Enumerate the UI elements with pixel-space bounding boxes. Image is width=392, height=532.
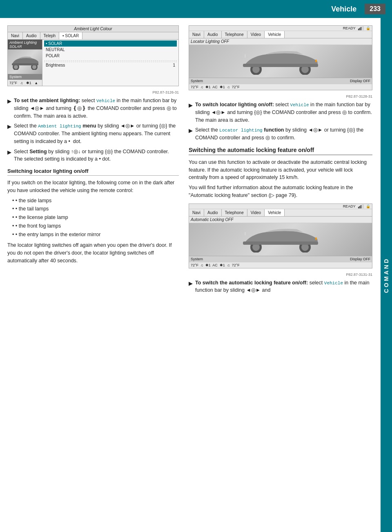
- page-number: 233: [365, 4, 385, 14]
- screen3-signal-bars: [358, 204, 364, 208]
- screen3-car-image: [189, 223, 372, 256]
- svg-rect-4: [12, 63, 38, 65]
- screen2-status-left: 72°F ♫ ✱1 AC ✱1 ♫ 72°F: [191, 85, 240, 89]
- r-instr2-mono: Locator lighting: [219, 128, 263, 133]
- svg-rect-17: [245, 232, 246, 235]
- page-header: Vehicle 233: [0, 0, 392, 18]
- side-label-text: COMAND: [383, 257, 390, 293]
- screen1-menu-neutral: NEUTRAL: [44, 47, 177, 53]
- arrow-icon-r3: ▶: [189, 279, 193, 295]
- screen2-nav-video: Video: [247, 31, 265, 38]
- screen1-photo-ref: P82.87-3126-31: [7, 90, 179, 94]
- screen2-ready-bar: READY 🔒: [189, 26, 372, 31]
- car-silhouette-1: [10, 54, 40, 70]
- screen3-system-label: System: [191, 257, 203, 261]
- screen2-nav-navi: Navi: [189, 31, 204, 38]
- screen2-nav: Navi Audio Telephone Video Vehicle: [189, 31, 372, 38]
- screen3-nav-video: Video: [247, 209, 265, 216]
- bullet-tail-lamps: • the tail lamps: [7, 205, 179, 213]
- auto-lock-instructions: ▶ To switch the automatic locking featur…: [189, 279, 372, 295]
- screen2-nav-vehicle: Vehicle: [265, 31, 285, 38]
- svg-rect-9: [243, 64, 318, 67]
- instruction-switch-auto-lock-text: To switch the automatic locking feature …: [195, 279, 372, 295]
- right-locator-instructions: ▶ To switch locator lighting on/off: sel…: [189, 101, 372, 142]
- instruction-switch-locator-text: To switch locator lighting on/off: selec…: [195, 101, 372, 124]
- svg-rect-18: [315, 237, 317, 240]
- screen1-left-title: Ambient Lighting SOLAR: [8, 40, 42, 49]
- screen2-nav-telephone: Telephone: [222, 31, 247, 38]
- screen3-nav-navi: Navi: [189, 209, 204, 216]
- instr3-bold: Setting: [29, 149, 47, 154]
- signal-bars-icon: [358, 26, 364, 30]
- screen1-car-image: [8, 49, 42, 74]
- screen2-nav-audio: Audio: [204, 31, 222, 38]
- screen1-nav-teleph: Teleph: [40, 32, 59, 39]
- arrow-icon-3: ▶: [7, 148, 11, 163]
- screen1-nav-navi: Navi: [8, 32, 23, 39]
- arrow-icon-r1: ▶: [189, 101, 193, 124]
- instruction-select-locator-func: ▶ Select the Locator lighting function b…: [189, 126, 372, 142]
- auto-lock-intro1: You can use this function to activate or…: [189, 159, 372, 181]
- screen2-system-label: System: [191, 79, 203, 83]
- header-title: Vehicle: [331, 5, 356, 13]
- instr1-bold: To set the ambient lighting:: [14, 98, 80, 103]
- r-instr3-mono: Vehicle: [324, 281, 343, 286]
- locator-intro: If you switch on the locator lighting, t…: [7, 179, 179, 194]
- locator-content: If you switch on the locator lighting, t…: [7, 179, 179, 265]
- screen3-statusbar: 72°F ♫ ✱1 AC ✱1 ♫ 72°F: [189, 262, 372, 268]
- instruction-set-ambient: ▶ To set the ambient lighting: select Ve…: [7, 97, 179, 120]
- screen3-photo-ref: P82.87-3131-31: [189, 273, 372, 277]
- auto-lock-intro2: You will find further information about …: [189, 184, 372, 199]
- bullet-license-lamp: • the license plate lamp: [7, 214, 179, 221]
- screen1-menu-solar: • SOLAR: [44, 40, 177, 47]
- car-silhouette-3: [240, 226, 321, 253]
- screen3-nav-telephone: Telephone: [222, 209, 247, 216]
- screen2-footer: System Display OFF: [189, 78, 372, 84]
- instruction-ambient-menu-text: Select the Ambient lighting menu by slid…: [14, 122, 179, 145]
- screen1-menu-polar: POLAR: [44, 53, 177, 59]
- left-instructions: ▶ To set the ambient lighting: select Ve…: [7, 97, 179, 163]
- left-column: Ambient Light Colour Navi Audio Teleph •…: [7, 25, 179, 297]
- screen3-status-text: 72°F ♫ ✱1 AC ✱1 ♫ 72°F: [191, 263, 240, 267]
- screen2-car-image: [189, 45, 372, 78]
- r-instr2-bold: function: [264, 127, 284, 133]
- instruction-set-ambient-text: To set the ambient lighting: select Vehi…: [14, 97, 179, 120]
- svg-point-3: [32, 65, 36, 69]
- auto-lock-heading-text: Switching the automatic locking feature …: [189, 147, 314, 153]
- arrow-icon-2: ▶: [7, 123, 11, 145]
- screen2-mockup: READY 🔒 Navi Audio Telep: [189, 25, 372, 90]
- screen1-nav-solar: • SOLAR: [59, 32, 82, 39]
- screen1-title: Ambient Light Colour: [8, 26, 178, 32]
- screen3-ready-indicator: READY 🔒: [343, 204, 370, 208]
- screen2-locator-title: Locator Lighting OFF: [189, 38, 372, 45]
- screen1-body: Ambient Lighting SOLAR: [8, 40, 178, 86]
- screen1-system-label: System: [8, 74, 42, 80]
- svg-point-2: [14, 65, 18, 69]
- instruction-select-setting: ▶ Select Setting by sliding ↑◎↓ or turni…: [7, 148, 179, 163]
- screen3-ready-bar: READY 🔒: [189, 204, 372, 209]
- instruction-switch-auto-lock: ▶ To switch the automatic locking featur…: [189, 279, 372, 295]
- auto-lock-heading: Switching the automatic locking feature …: [189, 147, 372, 155]
- screen1-brightness-value: 1: [173, 63, 175, 67]
- right-column: READY 🔒 Navi Audio Telep: [189, 25, 372, 297]
- instruction-select-setting-text: Select Setting by sliding ↑◎↓ or turning…: [14, 148, 179, 163]
- screen2-ready-indicator: READY 🔒: [343, 26, 370, 30]
- side-label-comand: COMAND: [381, 18, 392, 532]
- main-content: Ambient Light Colour Navi Audio Teleph •…: [0, 18, 381, 304]
- bullet-entry-lamps: • the entry lamps in the exterior mirror: [7, 231, 179, 239]
- arrow-icon-r2: ▶: [189, 127, 193, 142]
- locator-heading: Switching locator lighting on/off: [7, 168, 179, 176]
- arrow-icon-1: ▶: [7, 97, 11, 120]
- car-silhouette-2: [240, 48, 321, 75]
- r-instr3-bold: To switch the automatic locking feature …: [195, 280, 308, 286]
- instr2-bold: menu: [82, 123, 96, 129]
- r-instr1-mono: Vehicle: [290, 103, 309, 107]
- screen1-left-panel: Ambient Lighting SOLAR: [8, 40, 42, 86]
- instruction-switch-locator: ▶ To switch locator lighting on/off: sel…: [189, 101, 372, 124]
- screen2-statusbar: 72°F ♫ ✱1 AC ✱1 ♫ 72°F: [189, 84, 372, 90]
- screen3-nav-vehicle: Vehicle: [265, 209, 285, 216]
- screen3-mockup: READY 🔒 Navi Audio Telep: [189, 203, 372, 268]
- screen1-brightness: Brightness 1: [44, 62, 177, 68]
- screen3-nav-audio: Audio: [204, 209, 222, 216]
- screen1-statusbar: 72°F ♫ ✱1 ▲: [8, 80, 42, 86]
